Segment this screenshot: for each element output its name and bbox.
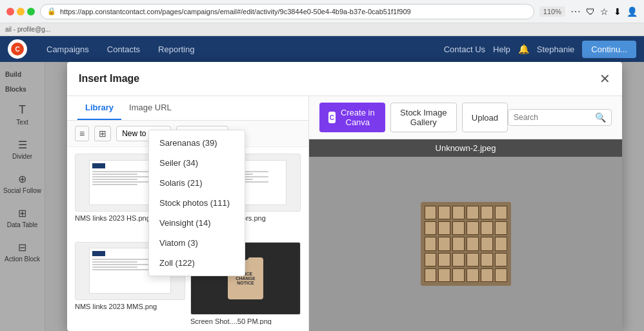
boxes-preview <box>421 202 511 286</box>
box <box>481 221 493 235</box>
box <box>495 221 507 235</box>
dropdown-item-sarenanas[interactable]: Sarenanas (39) <box>149 133 245 153</box>
tab-bar: ail - profile@g... <box>0 23 644 36</box>
box <box>425 253 437 266</box>
modal-action-buttons: C Create in Canva Stock Image Gallery Up… <box>319 103 508 132</box>
doc-line <box>92 171 152 172</box>
lock-icon: 🔒 <box>47 7 56 15</box>
box <box>452 206 465 219</box>
modal-title: Insert Image <box>79 73 139 85</box>
app-nav: C Campaigns Contacts Reporting Contact U… <box>0 36 644 62</box>
nav-campaigns[interactable]: Campaigns <box>37 36 98 62</box>
maximize-btn[interactable] <box>27 8 35 15</box>
star-icon[interactable]: ☆ <box>600 6 609 17</box>
list-view-button[interactable]: ≡ <box>75 126 89 141</box>
close-btn[interactable] <box>6 8 14 15</box>
box <box>438 237 450 250</box>
box <box>425 206 437 219</box>
box <box>495 253 507 266</box>
dropdown-item-solaris[interactable]: Solaris (21) <box>149 173 245 193</box>
tab-library[interactable]: Library <box>77 96 121 120</box>
main-area: Build Blocks T Text ☰ Divider ⊕ Social F… <box>0 62 644 331</box>
box <box>438 206 450 219</box>
browser-controls <box>6 8 35 15</box>
tab-image-url[interactable]: Image URL <box>121 96 179 120</box>
doc-logo-3 <box>92 251 105 256</box>
user-name[interactable]: Stephanie <box>537 45 575 54</box>
upload-button[interactable]: Upload <box>462 103 508 132</box>
modal-right-panel: C Create in Canva Stock Image Gallery Up… <box>309 96 622 331</box>
box <box>452 237 465 250</box>
box <box>467 253 479 266</box>
box <box>425 237 437 250</box>
profile-icon[interactable]: 👤 <box>627 6 638 17</box>
doc-line <box>92 179 137 180</box>
app-logo[interactable]: C <box>8 39 27 59</box>
dropdown-item-zoll[interactable]: Zoll (122) <box>149 253 245 273</box>
nav-contact-us[interactable]: Contact Us <box>444 45 485 54</box>
logo-inner: C <box>11 43 24 55</box>
box <box>495 237 507 250</box>
box <box>438 221 450 235</box>
box <box>452 268 465 282</box>
image-name-3: NMS links 2023 MMS.png <box>75 303 185 310</box>
box <box>467 268 479 282</box>
dropdown-item-seiler[interactable]: Seiler (34) <box>149 153 245 173</box>
box <box>438 268 450 282</box>
grid-view-button[interactable]: ⊞ <box>94 126 111 141</box>
modal-header: Insert Image ✕ <box>67 62 622 96</box>
doc-line <box>92 176 152 177</box>
box <box>425 221 437 235</box>
doc-line <box>92 269 152 270</box>
folder-dropdown-menu: Sarenanas (39) Seiler (34) Solaris (21) … <box>148 130 245 276</box>
box <box>467 237 479 250</box>
browser-bar: 🔒 https://app.constantcontact.com/pages/… <box>0 0 644 23</box>
dropdown-item-veinsight[interactable]: Veinsight (14) <box>149 213 245 233</box>
box <box>425 268 437 282</box>
menu-dots[interactable]: ⋯ <box>570 5 581 17</box>
dropdown-item-stock[interactable]: Stock photos (111) <box>149 193 245 213</box>
continue-button[interactable]: Continu... <box>582 41 636 58</box>
doc-line <box>92 259 152 260</box>
modal-overlay: Sarenanas (39) Seiler (34) Solaris (21) … <box>0 62 644 331</box>
doc-line <box>92 174 137 175</box>
doc-line <box>92 184 137 185</box>
nav-contacts[interactable]: Contacts <box>98 36 149 62</box>
canva-icon: C <box>328 112 336 123</box>
box <box>481 237 493 250</box>
box <box>481 268 493 282</box>
selected-image-preview <box>309 157 622 331</box>
tab-label: ail - profile@g... <box>5 26 50 33</box>
notification-icon[interactable]: 🔔 <box>518 44 529 54</box>
download-icon[interactable]: ⬇ <box>614 6 621 17</box>
box <box>438 253 450 266</box>
box <box>481 206 493 219</box>
doc-logo-1 <box>92 163 105 168</box>
zoom-level: 110% <box>539 6 565 17</box>
nav-reporting[interactable]: Reporting <box>149 36 203 62</box>
search-input[interactable] <box>514 113 591 122</box>
doc-line <box>92 264 152 265</box>
create-in-canva-button[interactable]: C Create in Canva <box>319 103 385 132</box>
box <box>481 253 493 266</box>
box <box>452 253 465 266</box>
selected-filename: Unknown-2.jpeg <box>309 139 622 157</box>
box <box>467 206 479 219</box>
stock-image-gallery-button[interactable]: Stock Image Gallery <box>390 103 457 132</box>
url-bar[interactable]: 🔒 https://app.constantcontact.com/pages/… <box>40 4 534 19</box>
selected-image-area: Unknown-2.jpeg <box>309 139 622 331</box>
shield-icon: 🛡 <box>586 6 595 17</box>
search-box: 🔍 <box>508 109 612 126</box>
image-name-4: Screen Shot....50 PM.png <box>190 317 301 325</box>
modal-close-button[interactable]: ✕ <box>599 71 610 86</box>
box <box>452 221 465 235</box>
dropdown-item-viatom[interactable]: Viatom (3) <box>149 233 245 253</box>
canva-label: Create in Canva <box>339 108 376 127</box>
doc-line <box>92 266 137 268</box>
modal-tabs: Library Image URL <box>67 96 308 121</box>
url-text: https://app.constantcontact.com/pages/ca… <box>60 8 411 15</box>
nav-right: Contact Us Help 🔔 Stephanie Continu... <box>444 41 636 58</box>
minimize-btn[interactable] <box>17 8 25 15</box>
nav-help[interactable]: Help <box>493 45 510 54</box>
modal-right-toolbar: C Create in Canva Stock Image Gallery Up… <box>309 96 622 139</box>
